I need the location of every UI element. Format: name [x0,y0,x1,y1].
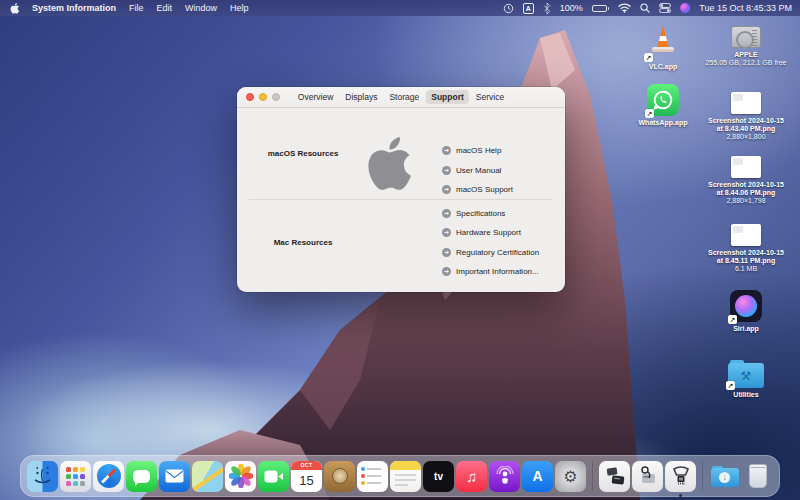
menubar-clock[interactable]: Tue 15 Oct 8:45:33 PM [699,3,792,13]
arrow-circle-icon: ➔ [442,166,451,175]
icon-label: Screenshot 2024-10-15 at 8.44.06 PM.png … [708,181,784,205]
link-user-manual[interactable]: ➔ User Manual [442,166,501,175]
menu-file[interactable]: File [129,3,144,13]
macos-resources-section: macOS Resources ➔ macOS Help ➔ User Manu… [237,108,565,199]
section-label: macOS Resources [247,149,359,158]
dock-system-information-icon[interactable] [665,461,696,492]
dock-disk-utility-icon[interactable] [632,461,663,492]
icon-label: APPLE 255.05 GB, 212.1 GB free [706,51,787,67]
battery-percent: 100% [560,3,583,13]
hard-drive-icon [731,26,761,48]
siri-icon[interactable] [680,3,690,13]
menu-bar: System Information File Edit Window Help… [0,0,800,16]
icon-label: WhatsApp.app [639,119,688,127]
dock-facetime-icon[interactable] [258,461,289,492]
whatsapp-icon: ↗ [647,84,679,116]
dock-trash-icon[interactable] [742,461,773,492]
image-thumbnail-icon [731,156,761,178]
wifi-icon[interactable] [618,3,631,13]
dock-finder-icon[interactable] [27,461,58,492]
link-hardware-support[interactable]: ➔ Hardware Support [442,228,521,237]
desktop-icon-apple-disk[interactable]: APPLE 255.05 GB, 212.1 GB free [700,26,792,67]
dock-contacts-icon[interactable] [324,461,355,492]
siri-app-icon: ↗ [730,290,762,322]
dock-drives-utility-icon[interactable] [599,461,630,492]
control-center-icon[interactable] [659,3,671,13]
minimize-button[interactable] [259,93,267,101]
link-regulatory-certification[interactable]: ➔ Regulatory Certification [442,248,539,257]
link-macos-support[interactable]: ➔ macOS Support [442,185,513,194]
desktop: System Information File Edit Window Help… [0,0,800,500]
icon-label: Siri.app [733,325,759,333]
alias-arrow-icon: ↗ [726,381,735,390]
apple-logo [365,137,411,196]
clock-icon[interactable] [503,3,514,14]
dock-launchpad-icon[interactable] [60,461,91,492]
image-thumbnail-icon [731,224,761,246]
dock-music-icon[interactable]: ♫ [456,461,487,492]
icon-label: Utilities [733,391,758,399]
utilities-folder-icon: ⚒ ↗ [728,360,764,388]
close-button[interactable] [246,93,254,101]
desktop-icon-screenshot-2[interactable]: Screenshot 2024-10-15 at 8.44.06 PM.png … [700,156,792,205]
tab-service[interactable]: Service [471,90,509,104]
arrow-circle-icon: ➔ [442,267,451,276]
window-titlebar[interactable]: Overview Displays Storage Support Servic… [237,87,565,108]
zoom-button-disabled [272,93,280,101]
system-information-window: Overview Displays Storage Support Servic… [237,87,565,292]
arrow-circle-icon: ➔ [442,146,451,155]
dock-photos-icon[interactable] [225,461,256,492]
menu-edit[interactable]: Edit [157,3,173,13]
dock-reminders-icon[interactable] [357,461,388,492]
arrow-circle-icon: ➔ [442,185,451,194]
dock-calendar-icon[interactable]: OCT 15 [291,461,322,492]
battery-icon[interactable] [592,5,610,12]
dock-divider [592,461,593,491]
spotlight-icon[interactable] [640,3,650,13]
menu-window[interactable]: Window [185,3,217,13]
image-thumbnail-icon [731,92,761,114]
desktop-icon-screenshot-3[interactable]: Screenshot 2024-10-15 at 8.45.11 PM.png … [700,224,792,273]
apple-menu-icon[interactable] [10,3,19,14]
tab-support[interactable]: Support [426,90,469,104]
dock: OCT 15 tv ♫ A ⚙ ↓ [20,455,780,497]
alias-arrow-icon: ↗ [644,53,653,62]
menu-help[interactable]: Help [230,3,249,13]
arrow-circle-icon: ➔ [442,228,451,237]
desktop-icon-utilities[interactable]: ⚒ ↗ Utilities [700,360,792,399]
section-label: Mac Resources [247,238,359,247]
desktop-icon-vlc[interactable]: ↗ VLC.app [617,22,709,71]
window-tabs: Overview Displays Storage Support Servic… [293,90,509,104]
icon-label: Screenshot 2024-10-15 at 8.45.11 PM.png … [708,249,784,273]
dock-safari-icon[interactable] [93,461,124,492]
mac-resources-section: Mac Resources ➔ Specifications ➔ Hardwar… [237,200,565,292]
link-specifications[interactable]: ➔ Specifications [442,209,505,218]
icon-label: Screenshot 2024-10-15 at 8.43.40 PM.png … [708,117,784,141]
dock-notes-icon[interactable] [390,461,421,492]
dock-mail-icon[interactable] [159,461,190,492]
bluetooth-icon[interactable] [543,3,551,14]
dock-appstore-icon[interactable]: A [522,461,553,492]
dock-settings-icon[interactable]: ⚙ [555,461,586,492]
dock-messages-icon[interactable] [126,461,157,492]
tab-displays[interactable]: Displays [340,90,382,104]
tab-overview[interactable]: Overview [293,90,338,104]
dock-appletv-icon[interactable]: tv [423,461,454,492]
link-important-information[interactable]: ➔ Important Information... [442,267,539,276]
desktop-icon-screenshot-1[interactable]: Screenshot 2024-10-15 at 8.43.40 PM.png … [700,92,792,141]
dock-downloads-icon[interactable]: ↓ [709,461,740,492]
dock-maps-icon[interactable] [192,461,223,492]
desktop-icon-siri[interactable]: ↗ Siri.app [700,290,792,333]
dock-podcasts-icon[interactable] [489,461,520,492]
dock-divider [702,461,703,491]
arrow-circle-icon: ➔ [442,209,451,218]
icon-label: VLC.app [649,63,677,71]
alias-arrow-icon: ↗ [645,109,654,118]
menubar-app-name[interactable]: System Information [32,3,116,13]
link-macos-help[interactable]: ➔ macOS Help [442,146,501,155]
desktop-icon-whatsapp[interactable]: ↗ WhatsApp.app [617,84,709,127]
arrow-circle-icon: ➔ [442,248,451,257]
tab-storage[interactable]: Storage [384,90,424,104]
alias-arrow-icon: ↗ [728,315,737,324]
input-source-icon[interactable]: A [523,3,534,14]
